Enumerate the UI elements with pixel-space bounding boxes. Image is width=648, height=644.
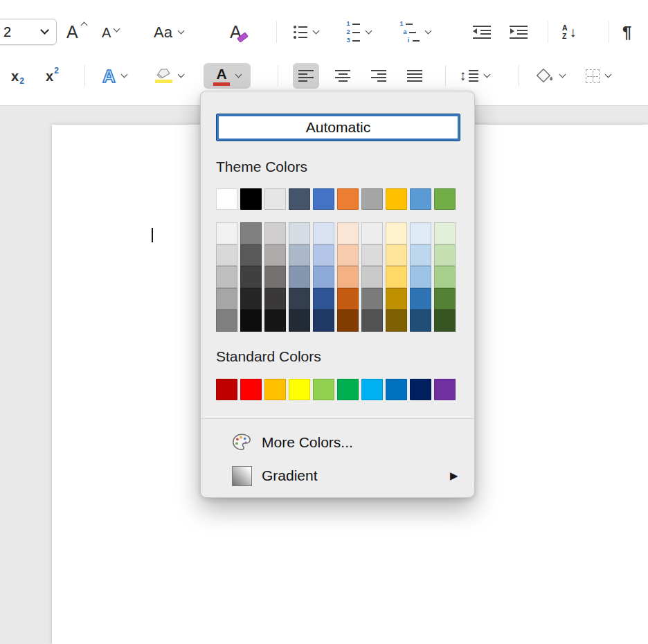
color-swatch[interactable] (410, 188, 431, 210)
subscript-button[interactable]: x 2 (11, 63, 24, 89)
justify-button[interactable] (402, 63, 428, 89)
color-swatch[interactable] (337, 222, 359, 244)
color-swatch[interactable] (434, 244, 456, 267)
color-swatch[interactable] (313, 244, 334, 267)
text-highlight-button[interactable] (154, 63, 183, 89)
color-swatch[interactable] (264, 310, 286, 332)
align-center-button[interactable] (330, 63, 356, 89)
change-case-button[interactable]: Aa (154, 19, 183, 45)
color-swatch[interactable] (337, 310, 359, 332)
color-swatch[interactable] (410, 222, 431, 244)
color-swatch[interactable] (434, 288, 456, 310)
color-swatch[interactable] (289, 288, 310, 310)
color-swatch[interactable] (386, 188, 407, 210)
color-swatch[interactable] (434, 266, 456, 288)
color-swatch[interactable] (289, 222, 310, 244)
decrease-indent-button[interactable] (473, 19, 491, 45)
color-swatch[interactable] (216, 222, 237, 244)
color-swatch[interactable] (361, 188, 383, 210)
color-swatch[interactable] (313, 188, 334, 210)
superscript-button[interactable]: x 2 (46, 63, 59, 89)
color-swatch[interactable] (410, 379, 431, 400)
color-swatch[interactable] (216, 310, 237, 332)
automatic-button[interactable]: Automatic (216, 114, 460, 141)
color-swatch[interactable] (361, 379, 383, 400)
color-swatch[interactable] (337, 244, 359, 267)
color-swatch[interactable] (289, 188, 310, 210)
color-swatch[interactable] (313, 266, 334, 288)
align-left-button[interactable] (293, 63, 319, 89)
text-effects-button[interactable]: A (102, 63, 127, 89)
color-swatch[interactable] (264, 266, 286, 288)
multilevel-list-button[interactable]: 1 a i (399, 19, 431, 45)
color-swatch[interactable] (264, 379, 286, 400)
shrink-font-button[interactable]: A (102, 19, 111, 45)
align-right-button[interactable] (366, 63, 392, 89)
color-swatch[interactable] (240, 188, 262, 210)
increase-indent-button[interactable] (510, 19, 528, 45)
color-swatch[interactable] (337, 266, 359, 288)
color-swatch[interactable] (264, 244, 286, 267)
color-swatch[interactable] (434, 379, 456, 400)
color-swatch[interactable] (337, 288, 359, 310)
color-swatch[interactable] (240, 222, 262, 244)
color-swatch[interactable] (264, 288, 286, 310)
bullet-list-button[interactable] (294, 19, 318, 45)
color-swatch[interactable] (313, 310, 334, 332)
color-swatch[interactable] (386, 266, 407, 288)
color-swatch[interactable] (410, 244, 431, 267)
color-swatch[interactable] (264, 222, 286, 244)
grow-font-button[interactable]: A (66, 19, 78, 45)
color-swatch[interactable] (240, 244, 262, 267)
color-swatch[interactable] (216, 188, 237, 210)
color-swatch[interactable] (240, 379, 262, 400)
color-swatch[interactable] (361, 266, 383, 288)
chevron-down-icon[interactable] (235, 71, 242, 78)
color-swatch[interactable] (216, 379, 237, 400)
color-swatch[interactable] (434, 188, 456, 210)
color-swatch[interactable] (289, 379, 310, 400)
line-spacing-button[interactable]: ↕ (460, 63, 489, 89)
sort-button[interactable]: A Z ↓ (562, 19, 577, 45)
color-swatch[interactable] (216, 244, 237, 267)
color-swatch[interactable] (289, 310, 310, 332)
color-swatch[interactable] (361, 244, 383, 267)
color-swatch[interactable] (434, 222, 456, 244)
color-swatch[interactable] (337, 379, 359, 400)
font-size-combobox[interactable]: 2 (0, 19, 57, 45)
color-swatch[interactable] (386, 310, 407, 332)
color-swatch[interactable] (410, 288, 431, 310)
show-paragraph-marks-button[interactable]: ¶ (622, 19, 631, 45)
color-swatch[interactable] (386, 379, 407, 400)
color-swatch[interactable] (386, 222, 407, 244)
borders-button[interactable] (586, 63, 611, 89)
color-swatch[interactable] (264, 188, 286, 210)
gradient-item[interactable]: Gradient ▶ (231, 463, 459, 488)
color-swatch[interactable] (434, 310, 456, 332)
color-swatch[interactable] (289, 244, 310, 267)
color-swatch[interactable] (313, 288, 334, 310)
color-swatch[interactable] (361, 288, 383, 310)
clear-formatting-button[interactable]: A (230, 19, 242, 45)
shading-button[interactable] (535, 63, 565, 89)
color-swatch[interactable] (410, 266, 431, 288)
numbered-list-icon: 1 2 3 (346, 21, 360, 44)
numbered-list-button[interactable]: 1 2 3 (346, 19, 371, 45)
color-swatch[interactable] (240, 288, 262, 310)
font-color-button[interactable]: A (204, 63, 251, 89)
color-swatch[interactable] (240, 310, 262, 332)
palette-icon (231, 431, 253, 454)
color-swatch[interactable] (410, 310, 431, 332)
color-swatch[interactable] (240, 266, 262, 288)
more-colors-item[interactable]: More Colors... (231, 430, 459, 455)
color-swatch[interactable] (361, 310, 383, 332)
color-swatch[interactable] (216, 266, 237, 288)
color-swatch[interactable] (337, 188, 359, 210)
color-swatch[interactable] (216, 288, 237, 310)
color-swatch[interactable] (386, 288, 407, 310)
color-swatch[interactable] (386, 244, 407, 267)
color-swatch[interactable] (313, 222, 334, 244)
color-swatch[interactable] (313, 379, 334, 400)
color-swatch[interactable] (361, 222, 383, 244)
color-swatch[interactable] (289, 266, 310, 288)
